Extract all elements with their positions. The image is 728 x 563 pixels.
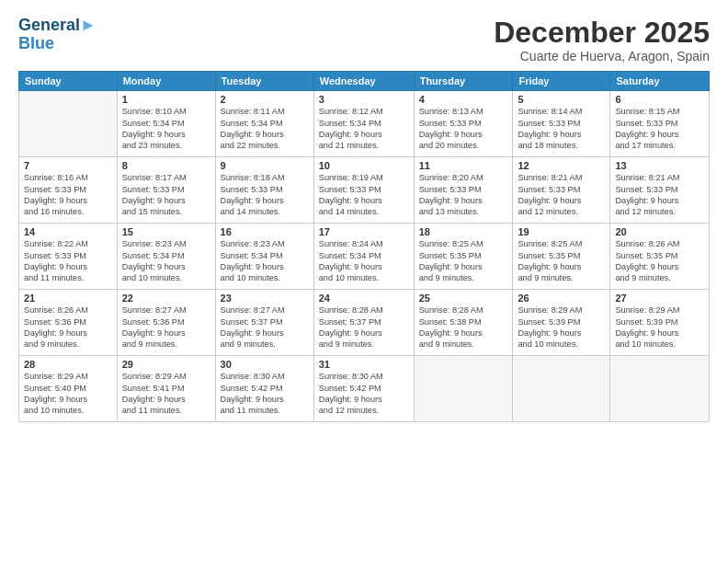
calendar-cell: 5Sunrise: 8:14 AMSunset: 5:33 PMDaylight… — [513, 91, 610, 157]
calendar-cell: 30Sunrise: 8:30 AMSunset: 5:42 PMDayligh… — [215, 356, 313, 422]
day-info: Sunrise: 8:29 AMSunset: 5:39 PMDaylight:… — [518, 304, 605, 350]
location: Cuarte de Huerva, Aragon, Spain — [494, 49, 710, 63]
day-info: Sunrise: 8:16 AMSunset: 5:33 PMDaylight:… — [24, 172, 112, 218]
day-number: 10 — [319, 160, 409, 171]
day-info: Sunrise: 8:21 AMSunset: 5:33 PMDaylight:… — [518, 172, 605, 218]
day-number: 18 — [419, 226, 508, 237]
day-number: 6 — [615, 94, 704, 105]
day-info: Sunrise: 8:20 AMSunset: 5:33 PMDaylight:… — [419, 172, 508, 218]
day-number: 9 — [221, 160, 309, 171]
day-number: 16 — [221, 226, 309, 237]
calendar-cell: 10Sunrise: 8:19 AMSunset: 5:33 PMDayligh… — [313, 157, 414, 224]
day-info: Sunrise: 8:29 AMSunset: 5:39 PMDaylight:… — [615, 304, 704, 350]
day-info: Sunrise: 8:26 AMSunset: 5:36 PMDaylight:… — [24, 304, 112, 350]
day-info: Sunrise: 8:29 AMSunset: 5:41 PMDaylight:… — [122, 371, 210, 417]
calendar-cell: 7Sunrise: 8:16 AMSunset: 5:33 PMDaylight… — [19, 157, 118, 224]
day-info: Sunrise: 8:28 AMSunset: 5:37 PMDaylight:… — [319, 304, 409, 350]
day-info: Sunrise: 8:25 AMSunset: 5:35 PMDaylight:… — [518, 238, 605, 284]
calendar-cell — [513, 356, 610, 422]
day-number: 30 — [221, 359, 309, 370]
header: General► Blue December 2025 Cuarte de Hu… — [18, 17, 710, 63]
calendar-cell: 6Sunrise: 8:15 AMSunset: 5:33 PMDaylight… — [610, 91, 710, 157]
day-info: Sunrise: 8:22 AMSunset: 5:33 PMDaylight:… — [24, 238, 112, 284]
logo-text: General► — [18, 17, 97, 35]
day-info: Sunrise: 8:25 AMSunset: 5:35 PMDaylight:… — [419, 238, 508, 284]
calendar-cell: 29Sunrise: 8:29 AMSunset: 5:41 PMDayligh… — [117, 356, 215, 422]
calendar-cell: 12Sunrise: 8:21 AMSunset: 5:33 PMDayligh… — [513, 157, 610, 224]
calendar-cell: 2Sunrise: 8:11 AMSunset: 5:34 PMDaylight… — [215, 91, 313, 157]
day-info: Sunrise: 8:27 AMSunset: 5:36 PMDaylight:… — [122, 304, 210, 350]
day-number: 11 — [419, 160, 508, 171]
day-number: 7 — [24, 160, 112, 171]
calendar-cell: 4Sunrise: 8:13 AMSunset: 5:33 PMDaylight… — [414, 91, 513, 157]
day-number: 22 — [122, 293, 210, 304]
calendar-cell: 8Sunrise: 8:17 AMSunset: 5:33 PMDaylight… — [117, 157, 215, 224]
calendar-cell: 21Sunrise: 8:26 AMSunset: 5:36 PMDayligh… — [19, 290, 118, 356]
day-info: Sunrise: 8:12 AMSunset: 5:34 PMDaylight:… — [319, 106, 409, 152]
calendar-cell: 19Sunrise: 8:25 AMSunset: 5:35 PMDayligh… — [513, 224, 610, 290]
day-number: 24 — [319, 293, 409, 304]
day-number: 29 — [122, 359, 210, 370]
day-number: 25 — [419, 293, 508, 304]
logo-text-blue: Blue — [18, 35, 97, 53]
calendar-cell: 24Sunrise: 8:28 AMSunset: 5:37 PMDayligh… — [313, 290, 414, 356]
week-row-1: 1Sunrise: 8:10 AMSunset: 5:34 PMDaylight… — [19, 91, 710, 157]
calendar-cell — [414, 356, 513, 422]
calendar-cell: 16Sunrise: 8:23 AMSunset: 5:34 PMDayligh… — [215, 224, 313, 290]
day-number: 15 — [122, 226, 210, 237]
day-info: Sunrise: 8:23 AMSunset: 5:34 PMDaylight:… — [122, 238, 210, 284]
day-info: Sunrise: 8:13 AMSunset: 5:33 PMDaylight:… — [419, 106, 508, 152]
calendar-cell: 1Sunrise: 8:10 AMSunset: 5:34 PMDaylight… — [117, 91, 215, 157]
weekday-header-wednesday: Wednesday — [313, 72, 414, 91]
week-row-3: 14Sunrise: 8:22 AMSunset: 5:33 PMDayligh… — [19, 224, 710, 290]
day-info: Sunrise: 8:21 AMSunset: 5:33 PMDaylight:… — [615, 172, 704, 218]
day-info: Sunrise: 8:17 AMSunset: 5:33 PMDaylight:… — [122, 172, 210, 218]
day-number: 13 — [615, 160, 704, 171]
day-info: Sunrise: 8:29 AMSunset: 5:40 PMDaylight:… — [24, 371, 112, 417]
weekday-header-friday: Friday — [513, 72, 610, 91]
weekday-header-row: SundayMondayTuesdayWednesdayThursdayFrid… — [19, 72, 710, 91]
calendar-cell: 11Sunrise: 8:20 AMSunset: 5:33 PMDayligh… — [414, 157, 513, 224]
week-row-2: 7Sunrise: 8:16 AMSunset: 5:33 PMDaylight… — [19, 157, 710, 224]
day-number: 3 — [319, 94, 409, 105]
day-number: 1 — [122, 94, 210, 105]
calendar-cell: 23Sunrise: 8:27 AMSunset: 5:37 PMDayligh… — [215, 290, 313, 356]
weekday-header-monday: Monday — [117, 72, 215, 91]
calendar-cell: 27Sunrise: 8:29 AMSunset: 5:39 PMDayligh… — [610, 290, 710, 356]
day-number: 14 — [24, 226, 112, 237]
day-number: 17 — [319, 226, 409, 237]
day-info: Sunrise: 8:28 AMSunset: 5:38 PMDaylight:… — [419, 304, 508, 350]
calendar-cell: 13Sunrise: 8:21 AMSunset: 5:33 PMDayligh… — [610, 157, 710, 224]
day-info: Sunrise: 8:26 AMSunset: 5:35 PMDaylight:… — [615, 238, 704, 284]
day-number: 8 — [122, 160, 210, 171]
day-number: 19 — [518, 226, 605, 237]
calendar-cell: 18Sunrise: 8:25 AMSunset: 5:35 PMDayligh… — [414, 224, 513, 290]
day-number: 5 — [518, 94, 605, 105]
day-number: 20 — [615, 226, 704, 237]
day-number: 31 — [319, 359, 409, 370]
day-info: Sunrise: 8:30 AMSunset: 5:42 PMDaylight:… — [221, 371, 309, 417]
calendar-cell — [610, 356, 710, 422]
calendar-cell: 3Sunrise: 8:12 AMSunset: 5:34 PMDaylight… — [313, 91, 414, 157]
weekday-header-thursday: Thursday — [414, 72, 513, 91]
calendar-cell: 15Sunrise: 8:23 AMSunset: 5:34 PMDayligh… — [117, 224, 215, 290]
day-info: Sunrise: 8:10 AMSunset: 5:34 PMDaylight:… — [122, 106, 210, 152]
page: General► Blue December 2025 Cuarte de Hu… — [0, 0, 728, 563]
calendar-cell: 14Sunrise: 8:22 AMSunset: 5:33 PMDayligh… — [19, 224, 118, 290]
weekday-header-tuesday: Tuesday — [215, 72, 313, 91]
calendar-cell: 26Sunrise: 8:29 AMSunset: 5:39 PMDayligh… — [513, 290, 610, 356]
day-info: Sunrise: 8:23 AMSunset: 5:34 PMDaylight:… — [221, 238, 309, 284]
day-number: 26 — [518, 293, 605, 304]
day-number: 23 — [221, 293, 309, 304]
day-info: Sunrise: 8:24 AMSunset: 5:34 PMDaylight:… — [319, 238, 409, 284]
day-info: Sunrise: 8:30 AMSunset: 5:42 PMDaylight:… — [319, 371, 409, 417]
day-number: 4 — [419, 94, 508, 105]
day-info: Sunrise: 8:11 AMSunset: 5:34 PMDaylight:… — [221, 106, 309, 152]
logo: General► Blue — [18, 17, 97, 53]
day-info: Sunrise: 8:15 AMSunset: 5:33 PMDaylight:… — [615, 106, 704, 152]
calendar-cell: 22Sunrise: 8:27 AMSunset: 5:36 PMDayligh… — [117, 290, 215, 356]
day-number: 2 — [221, 94, 309, 105]
calendar-cell: 31Sunrise: 8:30 AMSunset: 5:42 PMDayligh… — [313, 356, 414, 422]
day-number: 12 — [518, 160, 605, 171]
calendar-cell: 20Sunrise: 8:26 AMSunset: 5:35 PMDayligh… — [610, 224, 710, 290]
